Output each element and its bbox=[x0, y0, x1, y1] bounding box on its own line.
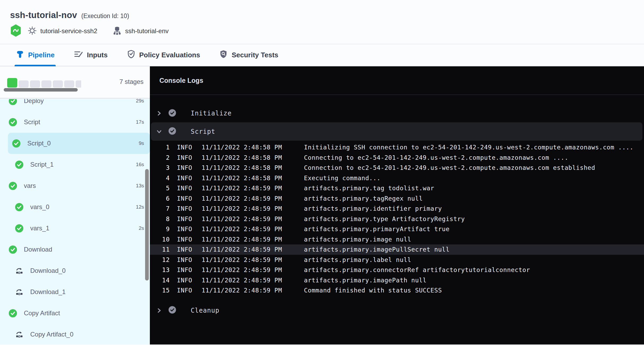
log-row[interactable]: 9 INFO 11/11/2022 2:48:59 PM artifacts.p… bbox=[150, 224, 644, 234]
tab-label: Inputs bbox=[87, 51, 108, 59]
policy-evaluations-icon bbox=[127, 50, 136, 61]
environment-icon bbox=[113, 26, 121, 36]
service-name[interactable]: tutorial-service-ssh2 bbox=[40, 27, 97, 35]
environment-name[interactable]: ssh-tutorial-env bbox=[125, 27, 169, 35]
host-link[interactable]: ec2-54-201-142-249.us-west-2.compute.ama… bbox=[423, 144, 614, 151]
stage-progress-segment bbox=[30, 80, 40, 88]
stage-row-script_1[interactable]: Script_1 16s bbox=[0, 154, 150, 175]
log-timestamp: 11/11/2022 2:48:59 PM bbox=[202, 277, 304, 284]
stage-row-download_1[interactable]: Download_1 bbox=[0, 281, 150, 303]
stage-duration: 13s bbox=[136, 183, 144, 189]
log-line-number: 7 bbox=[150, 205, 177, 212]
log-message: artifacts.primary.type ArtifactoryRegist… bbox=[304, 215, 644, 222]
vertical-scrollbar-thumb[interactable] bbox=[145, 169, 149, 281]
step-success-icon bbox=[168, 127, 176, 136]
stage-duration: 17s bbox=[136, 119, 144, 125]
stage-label: vars_1 bbox=[30, 225, 139, 232]
log-line-number: 12 bbox=[150, 256, 177, 263]
stage-label: Script_1 bbox=[30, 161, 136, 168]
log-message: Initializing SSH connection to ec2-54-20… bbox=[304, 144, 644, 151]
log-timestamp: 11/11/2022 2:48:58 PM bbox=[202, 164, 304, 171]
stage-progress-segment bbox=[76, 80, 81, 88]
chevron-right-icon[interactable] bbox=[156, 308, 162, 313]
log-line-number: 2 bbox=[150, 154, 177, 161]
log-row[interactable]: 15 INFO 11/11/2022 2:48:59 PM Command fi… bbox=[150, 285, 644, 296]
log-message: artifacts.primary.label null bbox=[304, 256, 644, 263]
log-row[interactable]: 11 INFO 11/11/2022 2:48:59 PM artifacts.… bbox=[150, 244, 644, 255]
stage-row-copy-artifact[interactable]: Copy Artifact bbox=[0, 303, 150, 324]
stage-count: 7 stages bbox=[119, 78, 143, 85]
log-timestamp: 11/11/2022 2:48:58 PM bbox=[202, 144, 304, 151]
stage-duration: 9s bbox=[139, 140, 144, 146]
log-row[interactable]: 12 INFO 11/11/2022 2:48:59 PM artifacts.… bbox=[150, 255, 644, 265]
log-row[interactable]: 7 INFO 11/11/2022 2:48:59 PM artifacts.p… bbox=[150, 204, 644, 214]
stage-row-vars[interactable]: vars 13s bbox=[0, 175, 150, 196]
tab-policy-evaluations[interactable]: Policy Evaluations bbox=[126, 44, 201, 66]
step-success-icon bbox=[168, 109, 176, 118]
log-row[interactable]: 2 INFO 11/11/2022 2:48:58 PM Connecting … bbox=[150, 153, 644, 163]
chevron-right-icon[interactable] bbox=[156, 110, 162, 116]
stage-progress-segment bbox=[7, 78, 17, 88]
log-text: Initializing SSH connection to bbox=[304, 144, 423, 151]
tab-inputs[interactable]: Inputs bbox=[73, 44, 109, 66]
stage-duration: 29s bbox=[136, 99, 144, 104]
tab-pipeline[interactable]: Pipeline bbox=[15, 44, 56, 66]
log-level: INFO bbox=[177, 215, 202, 222]
log-timestamp: 11/11/2022 2:48:58 PM bbox=[202, 154, 304, 161]
stage-row-script_0[interactable]: Script_0 9s bbox=[8, 133, 150, 154]
log-section-initialize[interactable]: Initialize bbox=[150, 106, 644, 121]
chevron-down-icon[interactable] bbox=[156, 129, 162, 135]
stage-success-icon bbox=[15, 203, 23, 211]
horizontal-scrollbar-thumb[interactable] bbox=[4, 88, 78, 92]
log-text: artifacts.primary.image null bbox=[304, 236, 411, 243]
stage-label: Copy Artifact bbox=[24, 309, 144, 317]
host-link[interactable]: ec2-54-201-142-249.us-west-2.compute.ama… bbox=[358, 164, 549, 171]
stage-row-copy-artifact_0[interactable]: Copy Artifact_0 bbox=[0, 324, 150, 344]
stage-success-icon bbox=[9, 99, 17, 105]
stage-row-deploy[interactable]: Deploy 29s bbox=[0, 99, 150, 111]
stage-row-vars_0[interactable]: vars_0 12s bbox=[0, 196, 150, 218]
log-message: artifacts.primary.imagePullSecret null bbox=[304, 246, 644, 253]
stage-duration: 2s bbox=[139, 225, 144, 231]
stages-progress-header: 7 stages bbox=[0, 66, 150, 98]
log-text: .... bbox=[614, 144, 633, 151]
log-row[interactable]: 4 INFO 11/11/2022 2:48:58 PM Executing c… bbox=[150, 173, 644, 183]
tab-security-tests[interactable]: Security Tests bbox=[218, 44, 279, 66]
log-row[interactable]: 10 INFO 11/11/2022 2:48:59 PM artifacts.… bbox=[150, 234, 644, 245]
log-row[interactable]: 3 INFO 11/11/2022 2:48:58 PM Connection … bbox=[150, 163, 644, 173]
section-label: Script bbox=[191, 128, 215, 135]
stage-success-icon bbox=[9, 182, 17, 190]
log-line-number: 1 bbox=[150, 144, 177, 151]
log-timestamp: 11/11/2022 2:48:59 PM bbox=[202, 287, 304, 294]
log-section-cleanup[interactable]: Cleanup bbox=[150, 303, 644, 318]
stage-success-icon bbox=[9, 309, 17, 317]
stage-row-download_0[interactable]: Download_0 bbox=[0, 260, 150, 281]
host-link[interactable]: ec2-54-201-142-249.us-west-2.compute.ama… bbox=[358, 154, 549, 161]
stage-success-icon bbox=[9, 118, 17, 126]
log-text: artifacts.primary.identifier primary bbox=[304, 205, 442, 212]
stage-label: Deploy bbox=[24, 99, 136, 105]
log-row[interactable]: 8 INFO 11/11/2022 2:48:59 PM artifacts.p… bbox=[150, 214, 644, 224]
stage-row-vars_1[interactable]: vars_1 2s bbox=[0, 218, 150, 239]
log-message: Connecting to ec2-54-201-142-249.us-west… bbox=[304, 154, 644, 161]
log-text: Command finished with status SUCCESS bbox=[304, 287, 442, 294]
log-row[interactable]: 5 INFO 11/11/2022 2:48:59 PM artifacts.p… bbox=[150, 183, 644, 193]
log-text: Executing command... bbox=[304, 175, 381, 182]
log-row[interactable]: 1 INFO 11/11/2022 2:48:58 PM Initializin… bbox=[150, 142, 644, 153]
log-level: INFO bbox=[177, 154, 202, 161]
inputs-icon bbox=[74, 50, 83, 60]
stage-row-script[interactable]: Script 17s bbox=[0, 111, 150, 133]
log-row[interactable]: 14 INFO 11/11/2022 2:48:59 PM artifacts.… bbox=[150, 275, 644, 286]
log-text: Connecting to bbox=[304, 154, 358, 161]
stage-label: Download_0 bbox=[30, 267, 144, 274]
stage-row-download[interactable]: Download bbox=[0, 239, 150, 260]
log-text: artifacts.primary.connectorRef artifacto… bbox=[304, 266, 530, 273]
log-row[interactable]: 6 INFO 11/11/2022 2:48:59 PM artifacts.p… bbox=[150, 193, 644, 204]
pipeline-icon bbox=[16, 50, 24, 61]
log-message: artifacts.primary.primaryArtifact true bbox=[304, 226, 644, 232]
section-label: Initialize bbox=[191, 110, 232, 117]
log-level: INFO bbox=[177, 195, 202, 202]
log-section-script[interactable]: Script bbox=[151, 122, 642, 141]
log-row[interactable]: 13 INFO 11/11/2022 2:48:59 PM artifacts.… bbox=[150, 265, 644, 275]
log-level: INFO bbox=[177, 226, 202, 232]
